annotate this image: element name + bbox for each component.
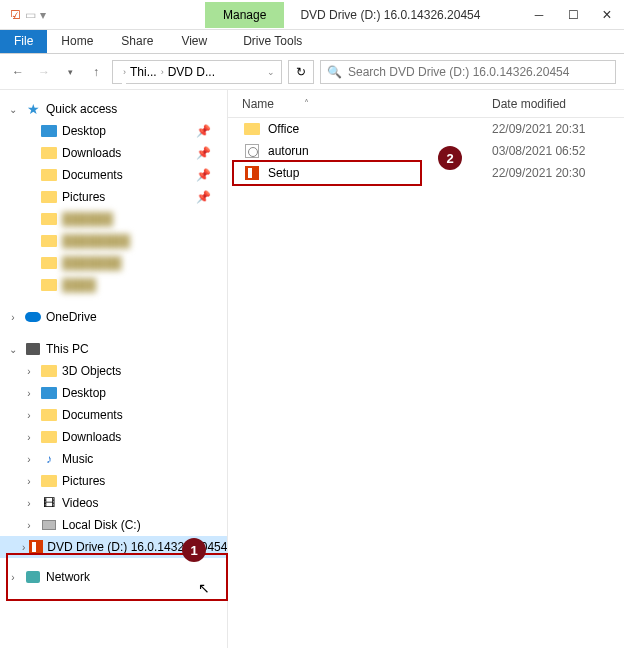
nav-onedrive[interactable]: ›OneDrive [0,306,227,328]
nav-blurred-item[interactable]: ████████ [0,230,227,252]
pin-icon: 📌 [196,168,221,182]
sort-indicator-icon: ˄ [304,98,309,109]
pin-icon: 📌 [196,146,221,160]
chevron-down-icon[interactable]: ⌄ [6,104,20,115]
tab-home[interactable]: Home [47,30,107,53]
chevron-right-icon[interactable]: › [6,312,20,323]
close-button[interactable]: × [590,0,624,30]
nav-network[interactable]: ›Network [0,566,227,588]
nav-blurred-item[interactable]: ██████ [0,208,227,230]
downloads-icon [41,147,57,159]
nav-pictures-pc[interactable]: ›Pictures [0,470,227,492]
tab-view[interactable]: View [167,30,221,53]
desktop-icon [41,387,57,399]
up-button[interactable]: ↑ [86,65,106,79]
nav-documents[interactable]: Documents📌 [0,164,227,186]
nav-pictures[interactable]: Pictures📌 [0,186,227,208]
nav-label: Network [46,570,90,584]
column-header-name[interactable]: Name˄ [242,97,492,111]
nav-label-redacted: ███████ [62,256,122,270]
column-header-date[interactable]: Date modified [492,97,566,111]
nav-quick-access[interactable]: ⌄ ★ Quick access [0,98,227,120]
nav-label: Downloads [62,146,121,160]
file-date: 22/09/2021 20:31 [492,122,585,136]
annotation-callout-1: 1 [182,538,206,562]
nav-label: Pictures [62,474,105,488]
refresh-button[interactable]: ↻ [288,60,314,84]
nav-label: Desktop [62,386,106,400]
search-input[interactable] [348,65,609,79]
address-bar: ← → ▾ ↑ › Thi... › DVD D... ⌄ ↻ 🔍 [0,54,624,90]
annotation-callout-2: 2 [438,146,462,170]
nav-music[interactable]: ›♪Music [0,448,227,470]
file-row[interactable]: autorun 03/08/2021 06:52 [228,140,624,162]
folder-icon [41,213,57,225]
documents-icon [41,409,57,421]
nav-desktop-pc[interactable]: ›Desktop [0,382,227,404]
maximize-button[interactable]: ☐ [556,0,590,30]
folder-icon [242,123,262,135]
nav-label-redacted: ██████ [62,212,113,226]
nav-local-disk[interactable]: ›Local Disk (C:) [0,514,227,536]
qat-dropdown-icon[interactable]: ▾ [40,8,46,22]
file-date: 03/08/2021 06:52 [492,144,585,158]
manage-contextual-tab[interactable]: Manage [205,2,284,28]
nav-label: Local Disk (C:) [62,518,141,532]
file-row[interactable]: Setup 22/09/2021 20:30 [228,162,624,184]
breadcrumb-item[interactable]: Thi... [130,65,157,79]
network-icon [26,571,40,583]
tab-drive-tools[interactable]: Drive Tools [233,30,312,53]
nav-label: Documents [62,408,123,422]
breadcrumb[interactable]: › Thi... › DVD D... ⌄ [112,60,282,84]
folder-icon [41,235,57,247]
nav-3d-objects[interactable]: ›3D Objects [0,360,227,382]
nav-label: OneDrive [46,310,97,324]
tab-share[interactable]: Share [107,30,167,53]
qat-separator: ▭ [25,8,36,22]
cloud-icon [25,312,41,322]
office-icon [242,166,262,180]
nav-label: Pictures [62,190,105,204]
office-icon [29,539,43,555]
pictures-icon [41,191,57,203]
pin-icon: 📌 [196,124,221,138]
nav-label: 3D Objects [62,364,121,378]
nav-label: Documents [62,168,123,182]
search-icon: 🔍 [327,65,342,79]
breadcrumb-sep: › [161,67,164,77]
nav-label: Videos [62,496,98,510]
minimize-button[interactable]: ─ [522,0,556,30]
column-header-row: Name˄ Date modified [228,90,624,118]
ini-icon [242,144,262,158]
forward-button[interactable]: → [34,65,54,79]
nav-downloads[interactable]: Downloads📌 [0,142,227,164]
nav-downloads-pc[interactable]: ›Downloads [0,426,227,448]
nav-blurred-item[interactable]: ████ [0,274,227,296]
quick-access-toolbar: ☑ ▭ ▾ [0,8,52,22]
breadcrumb-dropdown-icon[interactable]: ⌄ [267,67,275,77]
chevron-down-icon[interactable]: ⌄ [6,344,20,355]
nav-this-pc[interactable]: ⌄This PC [0,338,227,360]
nav-label: Downloads [62,430,121,444]
breadcrumb-item[interactable]: DVD D... [168,65,215,79]
nav-label: Quick access [46,102,117,116]
nav-blurred-item[interactable]: ███████ [0,252,227,274]
search-box[interactable]: 🔍 [320,60,616,84]
downloads-icon [41,431,57,443]
titlebar: ☑ ▭ ▾ Manage DVD Drive (D:) 16.0.14326.2… [0,0,624,30]
3d-objects-icon [41,365,57,377]
nav-documents-pc[interactable]: ›Documents [0,404,227,426]
recent-dropdown[interactable]: ▾ [60,67,80,77]
tab-file[interactable]: File [0,30,47,53]
music-icon: ♪ [40,451,58,467]
nav-videos[interactable]: ›🎞Videos [0,492,227,514]
desktop-icon [41,125,57,137]
file-date: 22/09/2021 20:30 [492,166,585,180]
nav-desktop[interactable]: Desktop📌 [0,120,227,142]
pictures-icon [41,475,57,487]
disk-icon [42,520,56,530]
navigation-pane: ⌄ ★ Quick access Desktop📌 Downloads📌 Doc… [0,90,228,648]
file-row[interactable]: Office 22/09/2021 20:31 [228,118,624,140]
back-button[interactable]: ← [8,65,28,79]
nav-label-redacted: ████████ [62,234,130,248]
